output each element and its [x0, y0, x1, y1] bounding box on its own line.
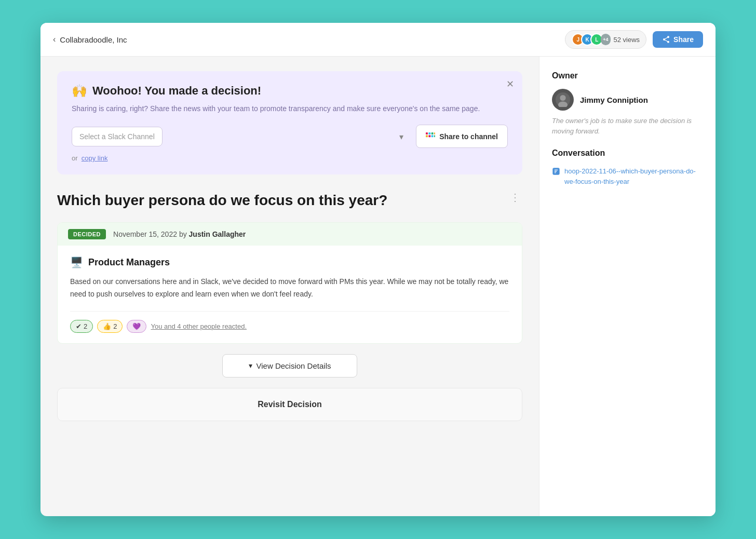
header: ‹ Collabradoodle, Inc J K L +4 52 views …: [40, 23, 716, 57]
owner-name: Jimmy Conniption: [580, 96, 648, 104]
decision-by-label: by: [179, 230, 187, 238]
revisit-label: Revisit Decision: [258, 400, 322, 409]
share-to-channel-button[interactable]: Share to channel: [416, 125, 508, 148]
decision-question-text: Which buyer persona do we focus on this …: [57, 191, 502, 210]
share-icon: [662, 35, 670, 44]
header-right: J K L +4 52 views Share: [565, 30, 703, 49]
avatar-plus: +4: [601, 34, 610, 45]
share-button[interactable]: Share: [653, 31, 703, 48]
decision-card-header: DECIDED November 15, 2022 by Justin Gall…: [58, 223, 522, 246]
views-badge: J K L +4 52 views: [565, 30, 646, 49]
divider: [70, 311, 509, 312]
svg-rect-13: [555, 171, 557, 171]
check-icon: ✔: [76, 322, 82, 330]
celebration-actions: Select a Slack Channel: [72, 125, 508, 148]
conversation-section: Conversation hoop-2022-11-06--which-buye…: [552, 149, 703, 186]
celebration-title: 🙌 Woohoo! You made a decision!: [72, 84, 508, 98]
reaction-heart[interactable]: 💜: [127, 320, 146, 333]
app-window: ‹ Collabradoodle, Inc J K L +4 52 views …: [40, 23, 716, 516]
product-managers-icon: 🖥️: [70, 256, 83, 268]
channel-select-wrapper: Select a Slack Channel: [72, 127, 410, 146]
decided-badge: DECIDED: [68, 229, 106, 239]
sidebar: Owner Jimmy Conniption The owner's job i…: [539, 57, 716, 516]
reactions-row: ✔ 2 👍 2 💜 You and 4 other people reacted…: [70, 320, 509, 333]
channel-select[interactable]: Select a Slack Channel: [72, 127, 163, 146]
svg-point-9: [560, 95, 565, 101]
thumbs-icon: 👍: [103, 322, 111, 330]
avatar-stack: J K L +4: [572, 33, 610, 46]
views-count: 52 views: [614, 36, 640, 44]
svg-rect-12: [555, 170, 558, 170]
chevron-down-icon: ▾: [249, 361, 252, 370]
decision-author: Justin Gallagher: [189, 230, 246, 238]
view-details-label: View Decision Details: [256, 361, 331, 370]
reaction-check[interactable]: ✔ 2: [70, 320, 93, 333]
content-area: ✕ 🙌 Woohoo! You made a decision! Sharing…: [40, 57, 539, 516]
reaction-text[interactable]: You and 4 other people reacted.: [151, 322, 247, 330]
decision-card-body: 🖥️ Product Managers Based on our convers…: [58, 246, 522, 343]
decision-question: Which buyer persona do we focus on this …: [57, 191, 522, 210]
decision-result-title: 🖥️ Product Managers: [70, 256, 509, 268]
close-button[interactable]: ✕: [506, 78, 514, 90]
view-details-button[interactable]: ▾ View Decision Details: [222, 354, 357, 378]
thumbs-count: 2: [113, 322, 117, 330]
owner-card: Jimmy Conniption: [552, 89, 703, 111]
svg-rect-1: [429, 132, 431, 134]
celebration-title-text: Woohoo! You made a decision!: [92, 84, 261, 98]
three-dot-menu-button[interactable]: ⋮: [508, 191, 522, 204]
back-arrow-icon[interactable]: ‹: [53, 35, 56, 44]
owner-avatar-image: [556, 92, 570, 107]
svg-rect-3: [434, 132, 435, 134]
header-left: ‹ Collabradoodle, Inc: [53, 35, 127, 44]
conversation-link-text: hoop-2022-11-06--which-buyer-persona-do-…: [564, 166, 703, 186]
svg-rect-14: [555, 172, 556, 173]
decision-card: DECIDED November 15, 2022 by Justin Gall…: [57, 222, 522, 344]
celebration-card: ✕ 🙌 Woohoo! You made a decision! Sharing…: [57, 71, 522, 174]
company-name: Collabradoodle, Inc: [60, 35, 127, 44]
svg-rect-2: [431, 132, 434, 134]
svg-rect-6: [431, 135, 434, 137]
copy-link[interactable]: copy link: [82, 154, 108, 162]
svg-rect-0: [426, 132, 428, 134]
svg-rect-4: [426, 135, 428, 137]
conversation-section-title: Conversation: [552, 149, 703, 158]
decision-meta: November 15, 2022 by Justin Gallagher: [113, 230, 246, 238]
main-layout: ✕ 🙌 Woohoo! You made a decision! Sharing…: [40, 57, 716, 516]
reaction-thumbs[interactable]: 👍 2: [97, 320, 123, 333]
decision-date: November 15, 2022: [113, 230, 177, 238]
heart-icon: 💜: [132, 322, 141, 330]
celebration-emoji: 🙌: [72, 84, 87, 98]
owner-description: The owner's job is to make sure the deci…: [552, 116, 703, 136]
hoop-logo-icon: [552, 167, 560, 176]
svg-rect-7: [434, 135, 435, 137]
owner-avatar: [552, 89, 574, 111]
share-btn-label: Share: [673, 35, 694, 44]
svg-rect-5: [429, 135, 431, 137]
celebration-subtitle: Sharing is caring, right? Share the news…: [72, 103, 508, 114]
slack-logo: [426, 130, 435, 140]
hoop-icon: [552, 167, 560, 179]
conversation-link[interactable]: hoop-2022-11-06--which-buyer-persona-do-…: [552, 166, 703, 186]
share-channel-btn-label: Share to channel: [439, 132, 498, 141]
check-count: 2: [84, 322, 87, 330]
decision-result-title-text: Product Managers: [88, 257, 170, 268]
owner-section-title: Owner: [552, 71, 703, 80]
slack-icon: [426, 130, 435, 142]
revisit-section: Revisit Decision: [57, 388, 522, 421]
copy-or-text: or: [72, 154, 78, 162]
copy-link-row: or copy link: [72, 154, 508, 162]
decision-result-text: Based on our conversations here and in S…: [70, 276, 509, 301]
